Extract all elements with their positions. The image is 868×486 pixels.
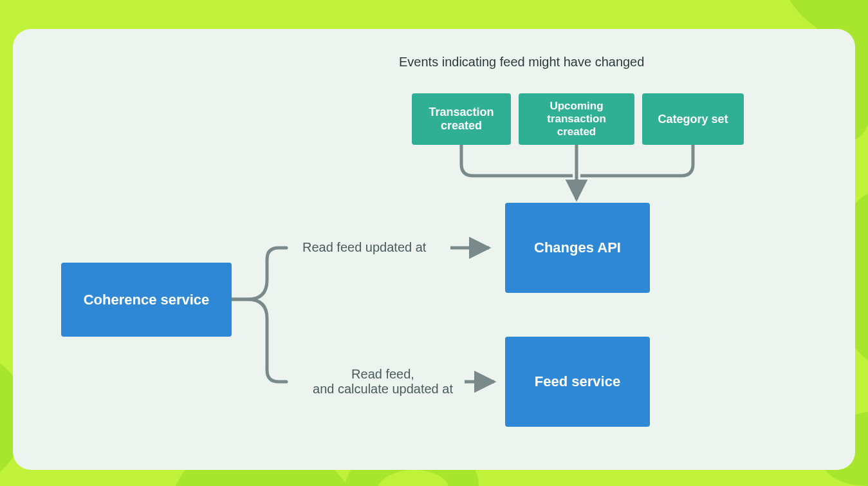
service-feed: Feed service [505,337,650,427]
diagram-canvas: Events indicating feed might have change… [13,29,855,470]
service-changes-api: Changes API [505,203,650,293]
edge-label-read-feed-line1: Read feed, [302,367,463,382]
event-transaction-created: Transaction created [412,93,511,145]
event-upcoming-transaction-created: Upcoming transaction created [519,93,634,145]
edge-label-read-feed-updated-at: Read feed updated at [302,240,426,255]
events-heading: Events indicating feed might have change… [399,55,644,70]
diagram-panel: Events indicating feed might have change… [13,29,855,470]
edge-label-read-feed-line2: and calculate updated at [302,382,463,397]
service-coherence: Coherence service [61,263,232,337]
diagram-background: Events indicating feed might have change… [0,0,868,486]
event-category-set: Category set [642,93,744,145]
edge-label-read-feed-calc: Read feed, and calculate updated at [302,367,463,397]
